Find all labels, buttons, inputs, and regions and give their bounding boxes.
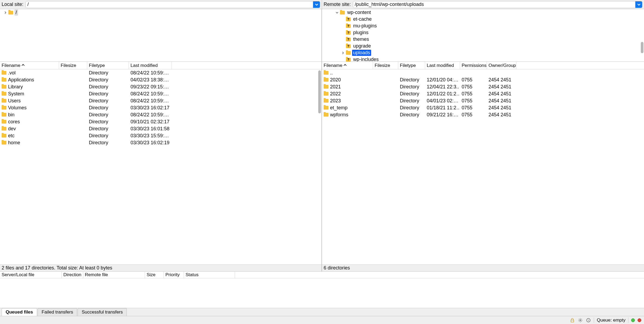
file-row[interactable]: binDirectory08/24/22 10:59:… <box>0 111 321 118</box>
remote-path-field[interactable] <box>353 1 642 8</box>
cell-type: Directory <box>87 126 129 132</box>
file-row[interactable]: SystemDirectory08/24/22 10:59:… <box>0 90 321 97</box>
tree-item[interactable]: ?wp-includes <box>322 56 644 62</box>
cell-perm: 0755 <box>460 84 487 90</box>
remote-path-bar: Remote site: <box>322 0 644 9</box>
column-label: Direction <box>63 272 81 278</box>
column-header[interactable]: Filesize <box>59 62 87 69</box>
disclosure-icon[interactable] <box>341 52 345 54</box>
tree-item-label: et-cache <box>352 16 373 22</box>
file-row[interactable]: LibraryDirectory09/23/22 09:15:… <box>0 83 321 90</box>
disclosure-icon[interactable] <box>335 11 339 14</box>
column-header[interactable]: Status <box>184 272 235 278</box>
remote-path-input[interactable] <box>353 1 635 8</box>
cell-type: Directory <box>87 77 129 83</box>
tree-item[interactable]: ?et-cache <box>322 16 644 23</box>
tree-item[interactable]: ?plugins <box>322 29 644 36</box>
column-header[interactable]: Filename <box>322 62 373 69</box>
file-row[interactable]: .. <box>322 69 644 76</box>
local-path-field[interactable] <box>26 1 320 8</box>
tab[interactable]: Failed transfers <box>38 308 77 316</box>
tree-item[interactable]: ?mu-plugins <box>322 23 644 29</box>
local-column-header[interactable]: FilenameFilesizeFiletypeLast modified <box>0 62 321 69</box>
folder-unknown-icon: ? <box>346 24 351 28</box>
cell-type: Directory <box>398 98 425 104</box>
column-label: Last modified <box>131 63 158 68</box>
local-tree[interactable]: / <box>0 9 321 62</box>
remote-tree[interactable]: wp-content?et-cache?mu-plugins?plugins?t… <box>322 9 644 62</box>
scrollbar-thumb[interactable] <box>641 42 643 53</box>
column-label: Remote file <box>85 272 108 278</box>
cell-name: etc <box>0 133 59 139</box>
tab[interactable]: Queued files <box>2 308 37 316</box>
cell-type: Directory <box>87 105 129 111</box>
column-header[interactable]: Direction <box>62 272 83 278</box>
file-row[interactable]: UsersDirectory08/24/22 10:59:… <box>0 97 321 104</box>
file-row[interactable]: etcDirectory03/30/23 15:59:… <box>0 132 321 139</box>
tree-item[interactable]: wp-content <box>322 9 644 16</box>
cell-type: Directory <box>398 112 425 118</box>
file-row[interactable]: VolumesDirectory03/30/23 16:02:17 <box>0 104 321 111</box>
column-label: Priority <box>165 272 180 278</box>
local-path-input[interactable] <box>26 1 313 8</box>
tab[interactable]: Successful transfers <box>78 308 127 316</box>
queue-column-header[interactable]: Server/Local fileDirectionRemote fileSiz… <box>0 271 644 278</box>
file-row[interactable]: devDirectory03/30/23 16:01:58 <box>0 125 321 132</box>
local-path-dropdown[interactable] <box>313 1 320 8</box>
remote-path-dropdown[interactable] <box>635 1 642 8</box>
folder-icon <box>324 85 328 89</box>
cell-own: 2454 2451 <box>487 84 516 90</box>
column-header[interactable]: Filetype <box>398 62 425 69</box>
column-header[interactable]: Owner/Group <box>487 62 516 69</box>
folder-icon <box>2 85 6 89</box>
column-header[interactable]: Size <box>145 272 164 278</box>
column-header[interactable]: Priority <box>164 272 184 278</box>
local-rows[interactable]: .volDirectory08/24/22 10:59:…Application… <box>0 69 321 264</box>
tree-item[interactable]: ?themes <box>322 36 644 43</box>
column-header[interactable]: Filesize <box>373 62 398 69</box>
tree-item[interactable]: / <box>0 9 321 16</box>
file-row[interactable]: 2020Directory12/01/20 04:…07552454 2451 <box>322 76 644 83</box>
folder-icon <box>2 113 6 117</box>
queue-body[interactable] <box>0 278 644 308</box>
column-label: Filesize <box>61 63 76 68</box>
column-header[interactable]: Remote file <box>83 272 145 278</box>
file-row[interactable]: 2021Directory12/04/21 22:3..07552454 245… <box>322 83 644 90</box>
file-row[interactable]: .volDirectory08/24/22 10:59:… <box>0 69 321 76</box>
help-icon[interactable]: ? <box>586 318 591 323</box>
tree-item[interactable]: ?upgrade <box>322 43 644 49</box>
column-header[interactable]: Filename <box>0 62 59 69</box>
column-header[interactable]: Last modified <box>129 62 172 69</box>
file-row[interactable]: ApplicationsDirectory04/02/23 18:38:… <box>0 76 321 83</box>
column-header[interactable]: Permissions <box>460 62 487 69</box>
bottom-tabs: Queued filesFailed transfersSuccessful t… <box>0 308 644 316</box>
tree-item-label: uploads <box>352 50 371 56</box>
column-header[interactable]: Filetype <box>87 62 129 69</box>
gear-icon[interactable] <box>578 318 583 323</box>
file-row[interactable]: coresDirectory09/10/21 02:32:17 <box>0 118 321 125</box>
file-row[interactable]: wpformsDirectory09/21/22 16:…07552454 24… <box>322 111 644 118</box>
tree-item[interactable]: uploads <box>322 49 644 56</box>
column-label: Filename <box>2 63 20 68</box>
cell-perm: 0755 <box>460 98 487 104</box>
cell-type: Directory <box>87 140 129 146</box>
column-label: Permissions <box>462 63 487 68</box>
cell-own: 2454 2451 <box>487 98 516 104</box>
column-header[interactable]: Server/Local file <box>0 272 62 278</box>
cell-type: Directory <box>87 112 129 118</box>
scrollbar-thumb[interactable] <box>318 70 321 113</box>
file-row[interactable]: 2023Directory04/01/23 02:…07552454 2451 <box>322 97 644 104</box>
cell-perm: 0755 <box>460 91 487 97</box>
remote-rows[interactable]: ..2020Directory12/01/20 04:…07552454 245… <box>322 69 644 264</box>
folder-unknown-icon: ? <box>346 58 351 62</box>
disclosure-icon[interactable] <box>4 11 7 14</box>
remote-column-header[interactable]: FilenameFilesizeFiletypeLast modifiedPer… <box>322 62 644 69</box>
cell-mod: 03/30/23 16:02:17 <box>129 105 172 111</box>
file-row[interactable]: et_tempDirectory01/18/21 11:2…07552454 2… <box>322 104 644 111</box>
tree-item-label: mu-plugins <box>352 23 378 29</box>
file-row[interactable]: 2022Directory12/01/22 01:2…07552454 2451 <box>322 90 644 97</box>
lock-icon[interactable] <box>570 318 575 323</box>
column-header[interactable]: Last modified <box>425 62 460 69</box>
file-name: 2023 <box>330 98 341 104</box>
file-row[interactable]: homeDirectory03/30/23 16:02:19 <box>0 139 321 146</box>
